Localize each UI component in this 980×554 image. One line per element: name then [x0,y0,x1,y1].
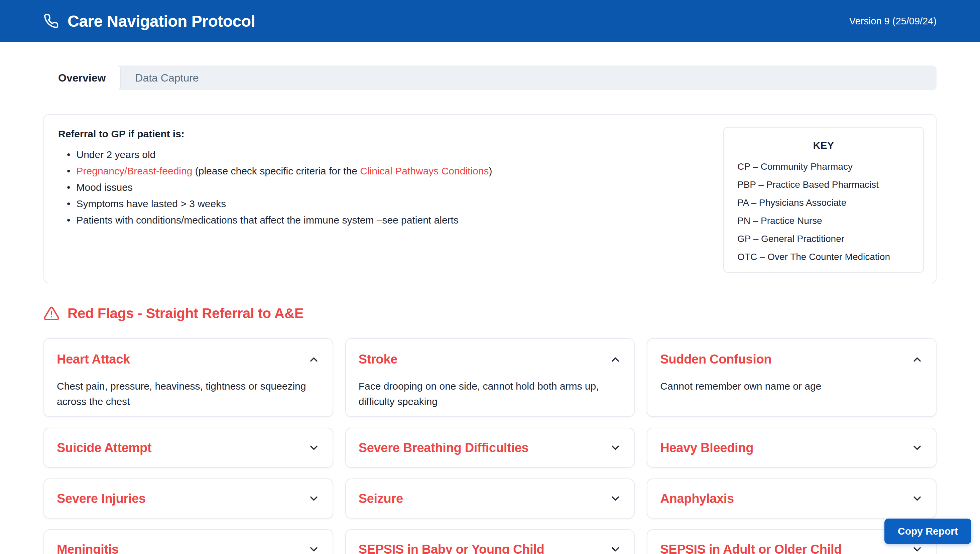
list-item: Patients with conditions/medications tha… [67,215,652,225]
chevron-up-icon [911,353,923,366]
tab-overview[interactable]: Overview [43,65,120,90]
red-flags-heading: Red Flags - Straight Referral to A&E [43,306,937,322]
copy-report-button[interactable]: Copy Report [884,519,971,544]
version-label: Version 9 (25/09/24) [849,16,937,27]
card-description: Chest pain, pressure, heaviness, tightne… [57,379,320,409]
header-brand: Care Navigation Protocol [43,12,255,30]
chevron-down-icon [308,492,320,505]
card-suicide-attempt: Suicide Attempt [43,428,333,468]
red-flags-grid: Heart Attack Chest pain, pressure, heavi… [43,338,937,554]
card-severe-breathing-difficulties: Severe Breathing Difficulties [345,428,635,468]
tab-data-capture[interactable]: Data Capture [120,65,213,90]
chevron-down-icon [911,442,923,454]
red-flags-heading-text: Red Flags - Straight Referral to A&E [67,306,303,322]
key-item: PBP – Practice Based Pharmacist [737,180,910,190]
chevron-down-icon [308,442,320,454]
list-item: Pregnancy/Breast-feeding (please check s… [67,166,652,176]
card-header-toggle[interactable]: SEPSIS in Baby or Young Child [359,542,622,554]
card-title: Heart Attack [57,352,130,366]
warning-triangle-icon [43,306,59,322]
bullet-text: Symptoms have lasted > 3 weeks [76,198,226,209]
card-title: Severe Breathing Difficulties [359,441,529,455]
card-header-toggle[interactable]: Stroke [359,352,622,366]
key-item: OTC – Over The Counter Medication [737,252,910,262]
card-sudden-confusion: Sudden Confusion Cannot remember own nam… [647,338,937,417]
card-title: Seizure [359,492,403,506]
card-description: Cannot remember own name or age [660,379,923,394]
list-item: Symptoms have lasted > 3 weeks [67,199,652,209]
card-header-toggle[interactable]: Severe Injuries [57,492,320,506]
card-heavy-bleeding: Heavy Bleeding [647,428,937,468]
phone-icon [43,13,59,29]
list-item: Mood issues [67,182,652,193]
card-header-toggle[interactable]: SEPSIS in Adult or Older Child [660,542,923,554]
care-navigation-app: Care Navigation Protocol Version 9 (25/0… [0,0,980,554]
card-header-toggle[interactable]: Suicide Attempt [57,441,320,455]
list-item: Under 2 years old [67,150,652,160]
bullet-text: Under 2 years old [76,149,156,160]
gp-referral-panel: Referral to GP if patient is: Under 2 ye… [43,114,937,283]
chevron-down-icon [609,492,621,505]
card-header-toggle[interactable]: Sudden Confusion [660,352,923,366]
card-header-toggle[interactable]: Seizure [359,492,622,506]
tab-bar: Overview Data Capture [43,65,937,90]
card-title: SEPSIS in Adult or Older Child [660,542,841,554]
key-legend: KEY CP – Community Pharmacy PBP – Practi… [723,127,924,273]
chevron-down-icon [911,543,923,554]
card-sepsis-baby-young-child: SEPSIS in Baby or Young Child [345,529,635,554]
card-title: Severe Injuries [57,492,146,506]
key-item: PN – Practice Nurse [737,216,910,226]
gp-referral-list: Under 2 years old Pregnancy/Breast-feedi… [58,150,652,225]
card-title: Anaphylaxis [660,492,734,506]
card-title: Sudden Confusion [660,352,771,366]
key-item: GP – General Practitioner [737,234,910,244]
chevron-down-icon [911,492,923,505]
chevron-down-icon [609,442,621,454]
card-title: Suicide Attempt [57,441,151,455]
key-legend-title: KEY [737,140,910,151]
chevron-up-icon [609,353,621,366]
bullet-text: ) [489,166,492,177]
card-title: Stroke [359,352,397,366]
card-meningitis: Meningitis [43,529,333,554]
chevron-down-icon [308,543,320,554]
card-header-toggle[interactable]: Heart Attack [57,352,320,366]
chevron-up-icon [308,353,320,366]
bullet-text: Patients with conditions/medications tha… [76,215,459,226]
card-description: Face drooping on one side, cannot hold b… [359,379,622,409]
card-heart-attack: Heart Attack Chest pain, pressure, heavi… [43,338,333,417]
card-anaphylaxis: Anaphylaxis [647,479,937,519]
app-header: Care Navigation Protocol Version 9 (25/0… [0,0,980,42]
clinical-pathways-link[interactable]: Clinical Pathways Conditions [360,166,489,177]
page-title: Care Navigation Protocol [67,12,255,30]
key-item: CP – Community Pharmacy [737,162,910,172]
card-header-toggle[interactable]: Heavy Bleeding [660,441,923,455]
card-seizure: Seizure [345,479,635,519]
card-header-toggle[interactable]: Anaphylaxis [660,492,923,506]
main-content: Overview Data Capture Referral to GP if … [0,65,980,554]
card-title: SEPSIS in Baby or Young Child [359,542,545,554]
chevron-down-icon [609,543,621,554]
key-item: PA – Physicians Associate [737,198,910,208]
card-severe-injuries: Severe Injuries [43,479,333,519]
card-header-toggle[interactable]: Severe Breathing Difficulties [359,441,622,455]
card-header-toggle[interactable]: Meningitis [57,542,320,554]
card-title: Meningitis [57,542,119,554]
pregnancy-highlight: Pregnancy/Breast-feeding [76,166,193,177]
card-title: Heavy Bleeding [660,441,754,455]
bullet-text: (please check specific criteria for the [192,166,360,177]
bullet-text: Mood issues [76,182,133,193]
card-stroke: Stroke Face drooping on one side, cannot… [345,338,635,417]
